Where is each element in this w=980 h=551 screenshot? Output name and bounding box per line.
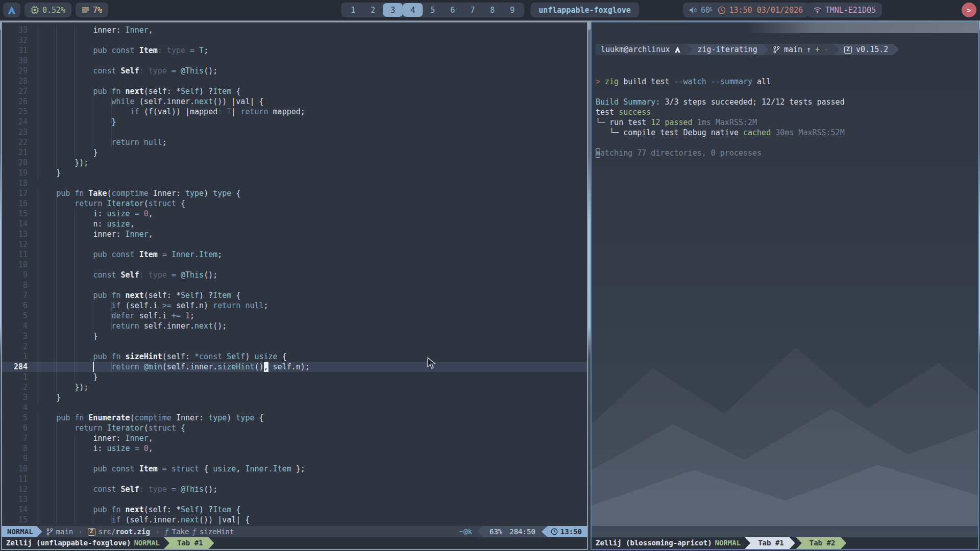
top-bar: 0.52% 7% 123456789 unflappable-foxglove … — [0, 0, 980, 20]
code-line[interactable]: 11 pub const Item = Inner.Item; — [2, 249, 587, 260]
code-line[interactable]: 9 const Self: type = @This(); — [2, 270, 587, 280]
code-line[interactable]: 22 return null; — [2, 137, 587, 147]
wifi-pill[interactable]: TMNL-E21D05 — [807, 3, 882, 17]
code-line[interactable]: 10 — [2, 260, 587, 270]
line-number: 30 — [2, 56, 28, 66]
code-line[interactable]: 4 return self.inner.next(); — [2, 321, 587, 331]
code-line[interactable]: 21 } — [2, 147, 587, 158]
launcher-button[interactable] — [3, 3, 20, 17]
code-line[interactable]: 5 pub fn Enumerate(comptime Inner: type)… — [2, 413, 587, 423]
workspace-1[interactable]: 1 — [343, 3, 363, 17]
code-line[interactable]: 18 — [2, 178, 587, 188]
zig-version: v0.15.2 — [856, 44, 888, 55]
code-line[interactable]: 33 inner: Inner, — [2, 25, 587, 35]
terminal-line — [596, 87, 978, 97]
scroll-percent: 63% — [489, 526, 502, 537]
code-line[interactable]: 9 — [2, 454, 587, 464]
wifi-icon — [813, 7, 822, 13]
function-icon: ƒ — [192, 526, 196, 537]
code-line[interactable]: 12 — [2, 239, 587, 249]
code-line[interactable]: 23 — [2, 127, 587, 137]
line-number: 3 — [2, 392, 28, 403]
terminal-pane[interactable]: luukm@archlinux zig-iterating main ↑ + - — [592, 22, 978, 537]
line-number: 5 — [2, 311, 28, 321]
code-line[interactable]: 32 — [2, 35, 587, 45]
code-line[interactable]: 6 return Iterator(struct { — [2, 423, 587, 433]
function-icon: ƒ — [164, 526, 168, 537]
line-number: 7 — [2, 290, 28, 300]
line-number: 21 — [2, 147, 28, 158]
line-number: 24 — [2, 117, 28, 127]
line-number: 8 — [2, 280, 28, 290]
zellij-tab-tab1[interactable]: Tab #1 — [164, 537, 214, 549]
code-line[interactable]: 15 if (self.inner.next()) |val| { — [2, 515, 587, 525]
code-line[interactable]: 19 } — [2, 168, 587, 178]
line-number: 15 — [2, 515, 28, 525]
statusline-branch: main — [56, 526, 74, 537]
prompt-directory: zig-iterating — [697, 44, 757, 55]
code-line[interactable]: 7 pub fn next(self: *Self) ?Item { — [2, 290, 587, 300]
code-line[interactable]: 14 pub fn next(self: *Self) ?Item { — [2, 505, 587, 515]
ram-usage-pill[interactable]: 7% — [76, 3, 108, 17]
workspace-9[interactable]: 9 — [502, 3, 522, 17]
code-line[interactable]: 28 — [2, 76, 587, 86]
workspace-5[interactable]: 5 — [423, 3, 443, 17]
code-line-current[interactable]: 284 return @min(self.inner.sizeHint(), s… — [2, 362, 587, 372]
power-button[interactable]: > — [962, 3, 976, 17]
code-line[interactable]: 30 — [2, 56, 587, 66]
code-line[interactable]: 17 pub fn Take(comptime Inner: type) typ… — [2, 188, 587, 198]
wifi-ssid: TMNL-E21D05 — [825, 6, 876, 15]
code-line[interactable]: 10 pub const Item = struct { usize, Inne… — [2, 464, 587, 474]
code-line[interactable]: 31 pub const Item: type = T; — [2, 45, 587, 56]
code-line[interactable]: 2 — [2, 341, 587, 352]
code-line[interactable]: 5 defer self.i += 1; — [2, 311, 587, 321]
line-number: 11 — [2, 474, 28, 484]
code-line[interactable]: 6 if (self.i >= self.n) return null; — [2, 300, 587, 311]
code-line[interactable]: 4 — [2, 403, 587, 413]
line-number: 9 — [2, 270, 28, 280]
code-line[interactable]: 16 return Iterator(struct { — [2, 198, 587, 209]
code-line[interactable]: 20 }); — [2, 158, 587, 168]
code-line[interactable]: 11 — [2, 474, 587, 484]
code-line[interactable]: 13 inner: Inner, — [2, 229, 587, 239]
code-line[interactable]: 15 i: usize = 0, — [2, 209, 587, 219]
workspace-3[interactable]: 3 — [383, 3, 403, 17]
git-branch-icon — [46, 528, 53, 536]
code-line[interactable]: 29 const Self: type = @This(); — [2, 66, 587, 76]
code-line[interactable]: 8 — [2, 280, 587, 290]
code-line[interactable]: 26 while (self.inner.next()) |val| { — [2, 96, 587, 107]
workspace-2[interactable]: 2 — [363, 3, 383, 17]
line-number: 26 — [2, 96, 28, 107]
zig-file-icon: Z — [88, 528, 95, 536]
clock-pill[interactable]: 13:50 03/01/2026 — [712, 3, 810, 17]
code-line[interactable]: 2 }); — [2, 382, 587, 392]
code-line[interactable]: 27 pub fn next(self: *Self) ?Item { — [2, 86, 587, 96]
workspace-7[interactable]: 7 — [462, 3, 482, 17]
workspace-8[interactable]: 8 — [482, 3, 502, 17]
code-line[interactable]: 1 pub fn sizeHint(self: *const Self) usi… — [2, 352, 587, 362]
code-line[interactable]: 14 n: usize, — [2, 219, 587, 229]
clock-value: 13:50 03/01/2026 — [729, 6, 803, 15]
arch-linux-icon — [7, 5, 17, 15]
line-number: 2 — [2, 341, 28, 352]
workspace-4[interactable]: 4 — [403, 3, 423, 17]
code-line[interactable]: 12 const Self: type = @This(); — [2, 484, 587, 494]
code-editor[interactable]: 33 inner: Inner,32 31 pub const Item: ty… — [2, 22, 587, 526]
code-line[interactable]: 8 i: usize = 0, — [2, 443, 587, 454]
code-line[interactable]: 25 if (f(val)) |mapped: T| return mapped… — [2, 107, 587, 117]
clock-icon — [551, 528, 558, 535]
line-number: 4 — [2, 321, 28, 331]
code-line[interactable]: 24 } — [2, 117, 587, 127]
zellij-tab-tab2[interactable]: Tab #2 — [796, 537, 847, 549]
code-line[interactable]: 13 — [2, 494, 587, 505]
code-line[interactable]: 3 } — [2, 392, 587, 403]
zellij-tab-tab1[interactable]: Tab #1 — [745, 537, 795, 549]
cpu-usage-pill[interactable]: 0.52% — [24, 3, 71, 17]
workspace-6[interactable]: 6 — [443, 3, 462, 17]
line-number: 28 — [2, 76, 28, 86]
session-name-pill[interactable]: unflappable-foxglove — [530, 3, 639, 17]
code-line[interactable]: 1 } — [2, 372, 587, 382]
code-line[interactable]: 7 inner: Inner, — [2, 433, 587, 443]
code-line[interactable]: 3 } — [2, 331, 587, 341]
terminal-window: luukm@archlinux zig-iterating main ↑ + - — [591, 21, 979, 550]
